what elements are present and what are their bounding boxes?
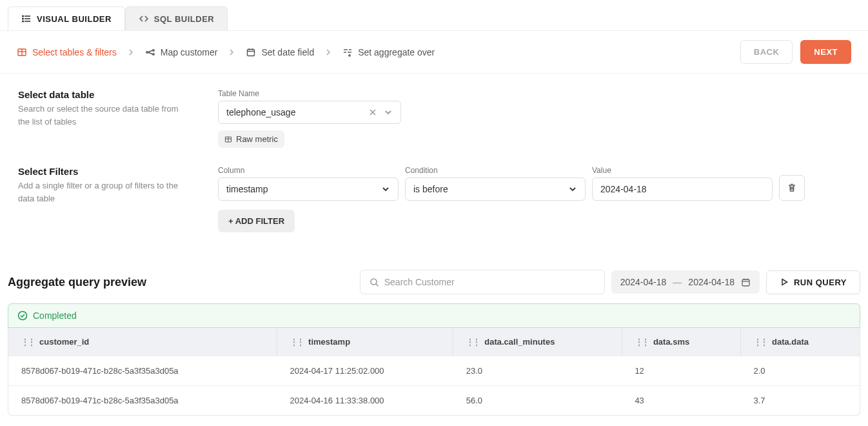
select-filters-controls: Column timestamp Condition is before xyxy=(218,166,850,232)
svg-marker-39 xyxy=(782,279,787,285)
table-body: 8578d067-b019-471c-b28c-5a3f35a3d05a2024… xyxy=(8,356,860,416)
table-header-cell[interactable]: ⋮⋮data.call_minutes xyxy=(453,328,622,356)
filter-value-input[interactable]: 2024-04-18 xyxy=(592,178,773,201)
list-icon xyxy=(21,14,32,24)
drag-handle-icon[interactable]: ⋮⋮ xyxy=(754,338,767,347)
add-filter-button[interactable]: + ADD FILTER xyxy=(218,210,295,232)
table-row[interactable]: 8578d067-b019-471c-b28c-5a3f35a3d05a2024… xyxy=(8,356,860,386)
search-customer-input[interactable] xyxy=(384,277,595,287)
tab-sql-label: SQL BUILDER xyxy=(154,14,214,24)
select-filters-label: Select Filters Add a single filter or a … xyxy=(18,166,192,205)
drag-handle-icon[interactable]: ⋮⋮ xyxy=(290,338,303,347)
table-name-select[interactable]: telephone_usage xyxy=(218,101,401,124)
column-header-label: data.sms xyxy=(653,337,689,347)
table-name-value: telephone_usage xyxy=(226,107,295,117)
table-cell: 2024-04-17 11:25:02.000 xyxy=(277,356,453,386)
drag-handle-icon[interactable]: ⋮⋮ xyxy=(21,338,34,347)
filter-column-label: Column xyxy=(218,166,399,175)
table-header-cell[interactable]: ⋮⋮customer_id xyxy=(8,328,277,356)
drag-handle-icon[interactable]: ⋮⋮ xyxy=(635,338,648,347)
chevron-down-icon[interactable] xyxy=(384,108,393,117)
back-button: BACK xyxy=(740,40,793,64)
search-customer-box[interactable] xyxy=(360,270,605,294)
table-header-cell[interactable]: ⋮⋮data.data xyxy=(741,328,860,356)
svg-point-10 xyxy=(153,49,154,50)
svg-point-9 xyxy=(146,51,148,52)
filter-condition-select[interactable]: is before xyxy=(405,178,586,201)
tab-visual-builder[interactable]: VISUAL BUILDER xyxy=(8,6,125,30)
date-separator: — xyxy=(673,277,682,287)
chip-label: Raw metric xyxy=(236,134,278,144)
filter-value-label: Value xyxy=(592,166,773,175)
date-to: 2024-04-18 xyxy=(688,277,735,287)
run-query-button[interactable]: RUN QUERY xyxy=(766,270,860,294)
map-icon xyxy=(145,47,155,57)
select-table-desc: Search or select the source data table f… xyxy=(18,103,192,128)
preview-header: Aggregate query preview 2024-04-18 — 202… xyxy=(0,258,868,303)
table-cell: 56.0 xyxy=(453,386,622,416)
table-icon xyxy=(17,47,27,57)
svg-rect-35 xyxy=(742,279,749,286)
select-table-title: Select data table xyxy=(18,89,192,100)
filter-column-select[interactable]: timestamp xyxy=(218,178,399,201)
raw-metric-chip[interactable]: Raw metric xyxy=(218,130,284,148)
svg-point-0 xyxy=(23,15,24,17)
svg-line-13 xyxy=(148,52,153,54)
clear-icon[interactable] xyxy=(368,108,377,117)
chevron-down-icon[interactable] xyxy=(568,185,577,194)
tab-sql-builder[interactable]: SQL BUILDER xyxy=(125,6,228,30)
calendar-icon xyxy=(741,278,751,287)
add-filter-label: + ADD FILTER xyxy=(228,216,284,226)
step-label: Map customer xyxy=(161,47,218,57)
drag-handle-icon[interactable]: ⋮⋮ xyxy=(466,338,479,347)
tab-visual-label: VISUAL BUILDER xyxy=(37,14,112,24)
delete-filter-button[interactable] xyxy=(779,175,805,201)
status-text: Completed xyxy=(33,310,77,321)
preview-controls: 2024-04-18 — 2024-04-18 RUN QUERY xyxy=(360,270,860,294)
select-filters-row: Select Filters Add a single filter or a … xyxy=(18,166,850,232)
svg-line-34 xyxy=(376,284,379,287)
chevron-right-icon xyxy=(228,48,235,56)
filter-condition-label: Condition xyxy=(405,166,586,175)
svg-point-4 xyxy=(23,21,24,22)
select-filters-desc: Add a single filter or a group of filter… xyxy=(18,179,192,205)
table-cell: 12 xyxy=(622,356,740,386)
chevron-right-icon xyxy=(324,48,332,56)
select-table-row: Select data table Search or select the s… xyxy=(18,89,850,148)
date-range-picker[interactable]: 2024-04-18 — 2024-04-18 xyxy=(611,270,760,294)
select-table-controls: Table Name telephone_usage xyxy=(218,89,850,148)
play-icon xyxy=(780,278,789,287)
step-label: Set date field xyxy=(261,47,314,57)
wizard-steps-bar: Select tables & filters Map customer xyxy=(0,30,868,74)
table-row[interactable]: 8578d067-b019-471c-b28c-5a3f35a3d05a2024… xyxy=(8,386,860,416)
step-label: Set aggregate over xyxy=(358,47,435,57)
table-cell: 8578d067-b019-471c-b28c-5a3f35a3d05a xyxy=(8,386,277,416)
svg-point-11 xyxy=(153,53,154,54)
column-header-label: data.call_minutes xyxy=(484,337,555,347)
filter-column-value: timestamp xyxy=(226,184,268,194)
preview-title: Aggregate query preview xyxy=(8,276,146,289)
table-name-label: Table Name xyxy=(218,89,850,98)
svg-rect-14 xyxy=(248,49,255,56)
filter-condition-value: is before xyxy=(413,184,448,194)
builder-tabs: VISUAL BUILDER SQL BUILDER xyxy=(0,0,868,30)
chevron-right-icon xyxy=(127,48,135,56)
step-map-customer[interactable]: Map customer xyxy=(145,47,218,57)
table-cell: 23.0 xyxy=(453,356,622,386)
svg-line-12 xyxy=(148,50,153,52)
table-cell: 8578d067-b019-471c-b28c-5a3f35a3d05a xyxy=(8,356,277,386)
step-set-aggregate[interactable]: Set aggregate over xyxy=(342,47,435,57)
code-icon xyxy=(139,14,149,24)
step-select-tables[interactable]: Select tables & filters xyxy=(17,47,117,57)
wizard-nav-buttons: BACK NEXT xyxy=(740,40,851,64)
next-button[interactable]: NEXT xyxy=(800,40,851,64)
step-set-date[interactable]: Set date field xyxy=(246,47,314,57)
table-header-cell[interactable]: ⋮⋮timestamp xyxy=(277,328,453,356)
chevron-down-icon[interactable] xyxy=(381,185,390,194)
search-icon xyxy=(370,278,379,287)
table-header-cell[interactable]: ⋮⋮data.sms xyxy=(622,328,740,356)
wizard-steps: Select tables & filters Map customer xyxy=(17,47,435,57)
column-header-label: data.data xyxy=(772,337,809,347)
select-filters-title: Select Filters xyxy=(18,166,192,177)
status-banner: Completed xyxy=(8,303,860,328)
